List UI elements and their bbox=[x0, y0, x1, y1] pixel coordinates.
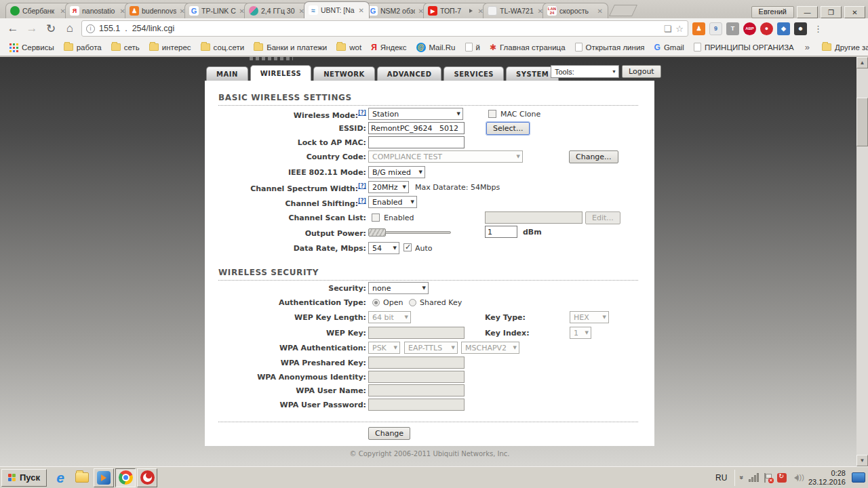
bookmark-mailru[interactable]: @Mail.Ru bbox=[412, 41, 460, 54]
chrome-taskbar-button[interactable] bbox=[115, 468, 136, 487]
slider-handle[interactable] bbox=[368, 228, 386, 237]
scrollbar-thumb[interactable] bbox=[856, 98, 868, 146]
shared-key-radio[interactable] bbox=[409, 299, 416, 306]
bookmark-principles[interactable]: ПРИНЦИПЫ ОРГАНИЗА bbox=[690, 41, 798, 53]
bookmark-services[interactable]: Сервисы bbox=[4, 42, 58, 53]
reload-icon[interactable]: ↻ bbox=[43, 22, 58, 36]
volume-icon[interactable]: ))) bbox=[791, 473, 802, 483]
hidden-icons-chevron[interactable]: » bbox=[738, 476, 746, 480]
start-button[interactable]: Пуск bbox=[1, 469, 47, 487]
bookmark-gmail[interactable]: GGmail bbox=[650, 41, 688, 54]
close-button[interactable]: ✕ bbox=[844, 6, 865, 18]
tools-select[interactable]: Tools:▼ bbox=[551, 65, 619, 78]
bookmark-open-line[interactable]: Открытая линия bbox=[571, 41, 649, 53]
odnoklassniki-extension-icon[interactable]: ♟ bbox=[692, 22, 705, 35]
tab-services[interactable]: SERVICES bbox=[443, 66, 504, 81]
tab-audio-icon[interactable] bbox=[469, 9, 475, 13]
bookmarks-overflow-icon[interactable]: » bbox=[800, 42, 815, 52]
tab-network[interactable]: NETWORK bbox=[313, 66, 375, 81]
red-app-taskbar-button[interactable] bbox=[137, 468, 157, 487]
show-desktop-icon[interactable] bbox=[852, 472, 865, 483]
bookmark-y[interactable]: й bbox=[461, 41, 484, 53]
bookmark-label: Другие закладки bbox=[835, 43, 868, 52]
url-text[interactable]: 155.1 . 254/link.cgi bbox=[99, 24, 660, 33]
wmp-taskbar-button[interactable] bbox=[94, 468, 114, 487]
bookmark-folder-social[interactable]: соц.сети bbox=[197, 42, 249, 53]
browser-tab-nanostation[interactable]: Я nanostatio ✕ bbox=[65, 3, 131, 18]
forward-icon[interactable]: → bbox=[24, 22, 39, 35]
scan-enabled-checkbox[interactable] bbox=[372, 214, 380, 222]
essid-input[interactable] bbox=[368, 122, 465, 134]
ieee-mode-select[interactable]: B/G mixed▼ bbox=[368, 166, 425, 178]
wireless-mode-select[interactable]: Station▼ bbox=[368, 108, 463, 120]
tab-wireless[interactable]: WIRELESS bbox=[250, 65, 311, 81]
browser-tab-top7[interactable]: ▶ ТОП-7 ✕ bbox=[423, 3, 489, 18]
other-bookmarks-button[interactable]: Другие закладки bbox=[818, 42, 868, 53]
browser-tab-speed[interactable]: LAN24 скорость ✕ bbox=[542, 3, 608, 18]
new-tab-button[interactable] bbox=[609, 5, 637, 16]
browser-tab-nsm2[interactable]: G NSM2 обзо ✕ bbox=[363, 3, 429, 18]
mac-clone-checkbox[interactable] bbox=[488, 110, 496, 118]
country-change-button[interactable]: Change... bbox=[569, 150, 618, 163]
browser-tab-tplink[interactable]: G TP-LINK CF ✕ bbox=[184, 3, 250, 18]
help-link[interactable]: [?] bbox=[358, 183, 366, 189]
security-select[interactable]: none▼ bbox=[368, 282, 429, 294]
bookmark-star-icon[interactable]: ☆ bbox=[675, 24, 684, 34]
bookmark-folder-wot[interactable]: wot bbox=[332, 42, 366, 53]
explorer-taskbar-button[interactable] bbox=[72, 468, 92, 487]
browser-tab-ubnt-active[interactable]: ≈ UBNT: [Na ✕ bbox=[304, 1, 370, 18]
tab-close-icon[interactable]: ✕ bbox=[358, 7, 365, 14]
network-signal-icon[interactable] bbox=[749, 473, 759, 482]
quote-extension-icon[interactable]: 9 bbox=[709, 22, 722, 35]
minimize-button[interactable]: — bbox=[797, 6, 818, 18]
tab-advanced[interactable]: ADVANCED bbox=[377, 66, 442, 81]
bookmark-homepage[interactable]: ✱Главная страница bbox=[486, 41, 570, 54]
scroll-down-icon[interactable]: ▼ bbox=[856, 455, 868, 466]
bookmark-folder-work[interactable]: работа bbox=[60, 42, 106, 53]
bookmark-folder-interest[interactable]: интерес bbox=[145, 42, 195, 53]
bookmark-yandex[interactable]: ЯЯндекс bbox=[367, 41, 410, 54]
clock[interactable]: 0:28 23.12.2016 bbox=[807, 469, 847, 487]
logout-button[interactable]: Logout bbox=[622, 65, 661, 78]
home-icon[interactable]: ⌂ bbox=[62, 22, 77, 35]
auto-rate-checkbox[interactable] bbox=[403, 243, 412, 251]
browser-tab-24ghz[interactable]: 2,4 ГГц 30 ✕ bbox=[244, 3, 310, 18]
dark-extension-icon[interactable]: ☻ bbox=[794, 22, 807, 35]
change-submit-button[interactable]: Change bbox=[368, 427, 410, 440]
help-link[interactable]: [?] bbox=[358, 198, 366, 204]
page-action-icon[interactable]: ❏ bbox=[664, 24, 672, 34]
red-extension-icon[interactable]: ● bbox=[760, 22, 773, 35]
scrollbar[interactable]: ▲ ▼ bbox=[856, 57, 868, 466]
lock-ap-mac-input[interactable] bbox=[368, 136, 465, 148]
blue-extension-icon[interactable]: ◆ bbox=[777, 22, 790, 35]
browser-menu-icon[interactable]: ⋮ bbox=[811, 24, 825, 34]
tab-main[interactable]: MAIN bbox=[206, 66, 248, 81]
browser-tab-tlwa721[interactable]: TL-WA721 ✕ bbox=[483, 3, 549, 18]
language-indicator[interactable]: RU bbox=[713, 473, 730, 483]
data-rate-select[interactable]: 54▼ bbox=[368, 242, 399, 254]
adblock-extension-icon[interactable]: ABP bbox=[743, 22, 756, 35]
bookmark-folder-net[interactable]: сеть bbox=[107, 42, 144, 53]
page-info-icon[interactable]: i bbox=[86, 24, 95, 33]
profile-name-button[interactable]: Евгений bbox=[751, 6, 794, 18]
output-power-slider[interactable] bbox=[368, 231, 451, 234]
browser-tab-budennovs[interactable]: ♟ budennovs ✕ bbox=[125, 3, 191, 18]
channel-width-select[interactable]: 20MHz▼ bbox=[368, 181, 409, 193]
ubnt-favicon: ≈ bbox=[309, 5, 318, 15]
help-link[interactable]: [?] bbox=[358, 110, 366, 116]
t-extension-icon[interactable]: T bbox=[726, 22, 739, 35]
open-radio[interactable] bbox=[372, 299, 380, 306]
browser-tab-sberbank[interactable]: Сбербанк ✕ bbox=[5, 3, 71, 18]
action-center-flag-icon[interactable]: ✕ bbox=[764, 473, 772, 483]
output-power-input[interactable] bbox=[485, 226, 517, 238]
select-ap-button[interactable]: Select... bbox=[486, 122, 530, 135]
update-tray-icon[interactable] bbox=[777, 473, 787, 483]
back-icon[interactable]: ← bbox=[5, 22, 20, 35]
scroll-up-icon[interactable]: ▲ bbox=[856, 57, 868, 68]
ie-taskbar-button[interactable]: e bbox=[50, 468, 71, 487]
address-bar[interactable]: i 155.1 . 254/link.cgi ❏ ☆ bbox=[81, 20, 688, 37]
restore-button[interactable]: ❐ bbox=[821, 6, 842, 18]
tab-close-icon[interactable]: ✕ bbox=[597, 7, 604, 15]
bookmark-folder-banks[interactable]: Банки и платежи bbox=[250, 42, 331, 53]
channel-shifting-select[interactable]: Enabled▼ bbox=[368, 196, 417, 208]
